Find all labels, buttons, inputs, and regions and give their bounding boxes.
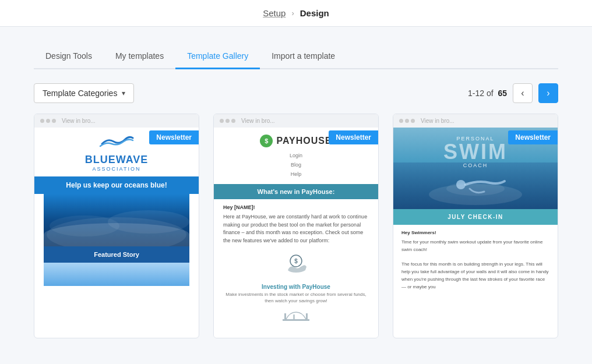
dot-8 [405, 119, 409, 123]
payhouse-logo-text: PAYHOUSE [276, 136, 332, 146]
newsletter-badge-payhouse: Newsletter [329, 130, 378, 144]
swim-body-text1: Time for your monthly swim workout updat… [401, 239, 549, 254]
tab-template-gallery[interactable]: Template Gallery [175, 44, 260, 69]
view-bar-text: View in bro... [62, 118, 96, 124]
swim-checkin-bar: JULY CHECK-IN [393, 209, 558, 225]
pagination-prev-button[interactable]: ‹ [513, 83, 533, 103]
swimmer-bg [393, 162, 558, 209]
svg-text:$: $ [294, 258, 298, 264]
dot-1 [40, 119, 44, 123]
bluewave-ocean-image [44, 194, 189, 246]
view-bar-swim: View in bro... [393, 114, 558, 128]
payhouse-section-title: Investing with PayHouse [223, 284, 369, 290]
breadcrumb-chevron: › [291, 9, 294, 17]
ph-nav-blog: Blog [223, 160, 369, 169]
card-preview-bluewave: BLUEWAVE ASSOCIATION Help us keep our oc… [34, 128, 199, 293]
tab-design-tools[interactable]: Design Tools [34, 44, 104, 69]
svg-rect-8 [293, 314, 295, 319]
payhouse-body: Hey [NAME]! Here at PayHouse, we are con… [223, 204, 369, 245]
pagination: 1-12 of 65 ‹ › [468, 83, 558, 103]
svg-rect-5 [283, 319, 309, 321]
card-preview-swim: PERSONAL SWIM COACH [393, 128, 558, 295]
chevron-right-icon: › [547, 88, 549, 98]
payhouse-coin-icon: $ [223, 254, 369, 281]
tab-my-templates[interactable]: My templates [104, 44, 175, 69]
tab-bar: Design Tools My templates Template Galle… [34, 44, 558, 69]
ocean-svg [44, 194, 189, 246]
svg-rect-6 [284, 313, 286, 319]
template-card-swim-coach[interactable]: View in bro... Newsletter PERSONAL SWIM … [393, 114, 558, 338]
bluewave-logo-svg [99, 133, 134, 150]
view-bar-payhouse: View in bro... [214, 114, 378, 128]
tab-import-template[interactable]: Import a template [260, 44, 347, 69]
breadcrumb: Setup › Design [263, 8, 329, 18]
bridge-svg [281, 308, 311, 325]
swim-swim-label: SWIM [443, 142, 508, 162]
bluewave-bottom-image [44, 263, 189, 286]
payhouse-header-bar: What's new in PayHouse: [214, 184, 378, 199]
breadcrumb-step-setup[interactable]: Setup [263, 8, 286, 18]
browser-dots-3 [399, 119, 415, 123]
breadcrumb-step-design: Design [300, 8, 329, 18]
svg-rect-7 [306, 313, 308, 319]
template-card-bluewave[interactable]: View in bro... Newsletter BLUEWAVE ASSOC… [34, 114, 199, 338]
dot-4 [220, 119, 224, 123]
payhouse-icon-section: $ Investing with PayHouse Make investmen… [223, 249, 369, 333]
breadcrumb-bar: Setup › Design [0, 0, 592, 27]
swim-body-text2: The focus for this month is on building … [401, 261, 549, 291]
view-bar-bluewave: View in bro... [34, 114, 199, 128]
payhouse-body-text: Here at PayHouse, we are constantly hard… [223, 213, 369, 245]
dot-2 [46, 119, 50, 123]
card-preview-payhouse: $ PAYHOUSE Login Blog Help What's new in… [214, 128, 378, 338]
dot-9 [411, 119, 415, 123]
main-content: Design Tools My templates Template Galle… [16, 44, 576, 356]
swim-body: Hey Swimmers! Time for your monthly swim… [393, 225, 558, 295]
bluewave-title: BLUEWAVE [44, 154, 189, 166]
dot-3 [52, 119, 56, 123]
filter-row: Template Categories ▾ 1-12 of 65 ‹ › [34, 83, 558, 103]
payhouse-bridge-icon [223, 308, 369, 328]
pagination-next-button[interactable]: › [538, 83, 558, 103]
browser-dots [40, 119, 56, 123]
svg-point-2 [108, 210, 189, 234]
ph-nav-login: Login [223, 151, 369, 160]
water-overlay [393, 162, 558, 209]
swim-greeting: Hey Swimmers! [401, 229, 549, 237]
pagination-total: 65 [498, 89, 507, 98]
newsletter-badge-bluewave: Newsletter [149, 130, 199, 144]
dot-5 [225, 119, 230, 123]
swimmer-svg [393, 162, 558, 209]
bluewave-featured: Featured Story [44, 246, 189, 263]
payhouse-logo-icon: $ [260, 135, 273, 147]
chevron-down-icon: ▾ [122, 89, 125, 97]
category-dropdown[interactable]: Template Categories ▾ [34, 83, 134, 103]
svg-point-1 [50, 215, 119, 236]
bluewave-subtitle: ASSOCIATION [44, 166, 189, 172]
template-card-payhouse[interactable]: View in bro... Newsletter $ PAYHOUSE Log… [213, 114, 379, 338]
ph-nav-help: Help [223, 169, 369, 179]
view-bar-text-3: View in bro... [421, 118, 454, 124]
view-bar-text-2: View in bro... [241, 118, 275, 124]
chevron-left-icon: ‹ [521, 88, 524, 98]
category-dropdown-label: Template Categories [43, 89, 117, 98]
payhouse-section-desc: Make investments in the stock market or … [223, 291, 369, 304]
newsletter-badge-swim: Newsletter [508, 130, 558, 144]
dot-6 [231, 119, 235, 123]
coin-svg: $ [284, 254, 308, 277]
template-cards-grid: View in bro... Newsletter BLUEWAVE ASSOC… [34, 114, 558, 338]
swim-coach-header-text: PERSONAL SWIM COACH [443, 136, 508, 168]
payhouse-nav: Login Blog Help [223, 151, 369, 179]
bluewave-banner: Help us keep our oceans blue! [34, 176, 199, 194]
payhouse-greeting: Hey [NAME]! [223, 204, 369, 212]
pagination-count: 1-12 of 65 [468, 89, 507, 98]
dot-7 [399, 119, 403, 123]
svg-point-11 [456, 180, 466, 189]
browser-dots-2 [220, 119, 235, 123]
